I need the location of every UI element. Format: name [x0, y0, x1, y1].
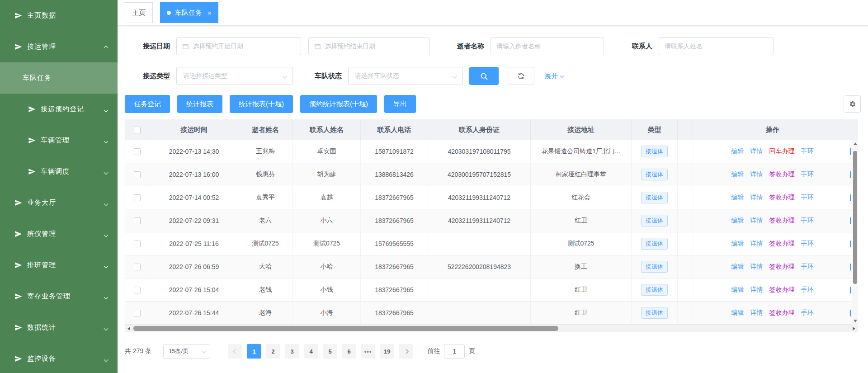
- date-end-field[interactable]: [308, 37, 430, 55]
- scroll-left-arrow-icon[interactable]: [127, 327, 130, 331]
- sidebar-item-shift-management[interactable]: 排班管理: [0, 250, 118, 281]
- detail-link[interactable]: 详情: [750, 286, 763, 294]
- process-link[interactable]: 签收办理: [769, 194, 795, 202]
- bracelet-link[interactable]: 手环: [801, 194, 814, 202]
- bracelet-link[interactable]: 手环: [801, 263, 814, 271]
- search-button[interactable]: [469, 67, 499, 85]
- edit-link[interactable]: 编辑: [731, 170, 744, 179]
- date-start-field[interactable]: [176, 37, 301, 55]
- contact-input[interactable]: [665, 42, 768, 50]
- sidebar-item-vehicle-dispatch[interactable]: 车辆调度: [0, 156, 118, 187]
- bracelet-link[interactable]: 手环: [801, 147, 814, 156]
- row-checkbox[interactable]: [134, 194, 141, 201]
- vertical-scrollbar[interactable]: [852, 140, 858, 325]
- tab-home[interactable]: 主页: [125, 2, 153, 23]
- page-ellipsis[interactable]: •••: [361, 344, 375, 359]
- process-link[interactable]: 回车办理: [769, 147, 795, 156]
- detail-link[interactable]: 详情: [750, 147, 763, 156]
- edit-link[interactable]: 编辑: [731, 217, 744, 225]
- process-link[interactable]: 签收办理: [769, 217, 795, 225]
- horizontal-scrollbar[interactable]: [125, 325, 858, 332]
- edit-link[interactable]: 编辑: [731, 263, 744, 271]
- pickup-type-label: 接运类型: [143, 72, 170, 80]
- sidebar-item-transport-management[interactable]: 接运管理: [0, 31, 118, 62]
- cell-operations: 编辑 详情 签收办理 手环: [693, 186, 852, 209]
- process-link[interactable]: 签收办理: [769, 263, 795, 271]
- expand-link[interactable]: 展开: [544, 72, 563, 80]
- type-badge: 接遗体: [641, 169, 668, 180]
- sidebar-item-transport-reservation[interactable]: 接运预约登记: [0, 94, 118, 125]
- sidebar-item-storage-business[interactable]: 寄存业务管理: [0, 281, 118, 312]
- page-size-select[interactable]: 15条/页: [163, 344, 210, 359]
- row-checkbox[interactable]: [134, 310, 141, 316]
- bracelet-link[interactable]: 手环: [801, 217, 814, 225]
- bracelet-link[interactable]: 手环: [801, 170, 814, 179]
- goto-page-input[interactable]: [444, 344, 465, 359]
- scroll-down-arrow-icon[interactable]: [854, 320, 857, 322]
- refresh-button[interactable]: [508, 67, 534, 85]
- page-button-2[interactable]: 2: [266, 344, 280, 359]
- row-checkbox[interactable]: [134, 148, 141, 155]
- process-link[interactable]: 签收办理: [769, 240, 795, 248]
- prev-page-button[interactable]: [228, 344, 242, 359]
- scroll-right-arrow-icon[interactable]: [853, 327, 855, 331]
- scroll-up-arrow-icon[interactable]: [854, 142, 857, 145]
- sidebar-item-label: 殡仪管理: [27, 230, 56, 238]
- row-checkbox[interactable]: [134, 241, 141, 247]
- sidebar-item-fleet-tasks[interactable]: 车队任务: [0, 62, 118, 94]
- process-link[interactable]: 签收办理: [769, 309, 795, 317]
- next-page-button[interactable]: [399, 344, 413, 359]
- fleet-status-select[interactable]: 请选择车队状态: [348, 67, 463, 85]
- process-link[interactable]: 签收办理: [769, 170, 795, 179]
- page-button-6[interactable]: 6: [342, 344, 356, 359]
- row-checkbox[interactable]: [134, 264, 141, 270]
- bracelet-link[interactable]: 手环: [801, 309, 814, 317]
- page-button-3[interactable]: 3: [285, 344, 299, 359]
- edit-link[interactable]: 编辑: [731, 194, 744, 202]
- sidebar-item-home-data[interactable]: 主页数据: [0, 0, 118, 31]
- row-checkbox[interactable]: [134, 287, 141, 293]
- contact-field[interactable]: [659, 37, 774, 55]
- column-settings-button[interactable]: [844, 95, 861, 113]
- close-icon[interactable]: ×: [208, 9, 212, 17]
- bracelet-link[interactable]: 手环: [801, 286, 814, 294]
- page-button-1[interactable]: 1: [247, 344, 261, 359]
- page-button-5[interactable]: 5: [323, 344, 337, 359]
- horizontal-scroll-thumb[interactable]: [133, 326, 558, 331]
- sidebar-item-data-statistics[interactable]: 数据统计: [0, 312, 118, 343]
- process-link[interactable]: 签收办理: [769, 286, 795, 294]
- select-all-checkbox[interactable]: [134, 127, 141, 133]
- reservation-stats-report-shiyan-button[interactable]: 预约统计报表(十堰): [300, 95, 377, 113]
- detail-link[interactable]: 详情: [750, 309, 763, 317]
- detail-link[interactable]: 详情: [750, 240, 763, 248]
- edit-link[interactable]: 编辑: [731, 309, 744, 317]
- date-start-input[interactable]: [193, 42, 295, 50]
- task-register-button[interactable]: 任务登记: [125, 95, 170, 113]
- bracelet-link[interactable]: 手环: [801, 240, 814, 248]
- row-checkbox[interactable]: [134, 171, 141, 178]
- deceased-name-field[interactable]: [491, 37, 604, 55]
- vertical-scroll-thumb[interactable]: [853, 151, 857, 284]
- stats-report-button[interactable]: 统计报表: [177, 95, 222, 113]
- detail-link[interactable]: 详情: [750, 194, 763, 202]
- tab-fleet-tasks[interactable]: 车队任务 ×: [160, 2, 218, 23]
- detail-link[interactable]: 详情: [750, 263, 763, 271]
- page-button-4[interactable]: 4: [304, 344, 318, 359]
- detail-link[interactable]: 详情: [750, 170, 763, 179]
- chevron-down-icon: [560, 74, 564, 78]
- export-button[interactable]: 导出: [384, 95, 416, 113]
- page-button-19[interactable]: 19: [380, 344, 394, 359]
- sidebar-item-funeral-management[interactable]: 殡仪管理: [0, 218, 118, 250]
- date-end-input[interactable]: [325, 42, 424, 50]
- detail-link[interactable]: 详情: [750, 217, 763, 225]
- deceased-name-input[interactable]: [496, 42, 598, 50]
- pickup-type-select[interactable]: 请选择接运类型: [176, 67, 293, 85]
- edit-link[interactable]: 编辑: [731, 147, 744, 156]
- sidebar-item-business-hall[interactable]: 业务大厅: [0, 187, 118, 218]
- edit-link[interactable]: 编辑: [731, 286, 744, 294]
- row-checkbox[interactable]: [134, 217, 141, 224]
- stats-report-shiyan-button[interactable]: 统计报表(十堰): [230, 95, 293, 113]
- edit-link[interactable]: 编辑: [731, 240, 744, 248]
- sidebar-item-monitoring-devices[interactable]: 监控设备: [0, 343, 118, 373]
- sidebar-item-vehicle-management[interactable]: 车辆管理: [0, 125, 118, 156]
